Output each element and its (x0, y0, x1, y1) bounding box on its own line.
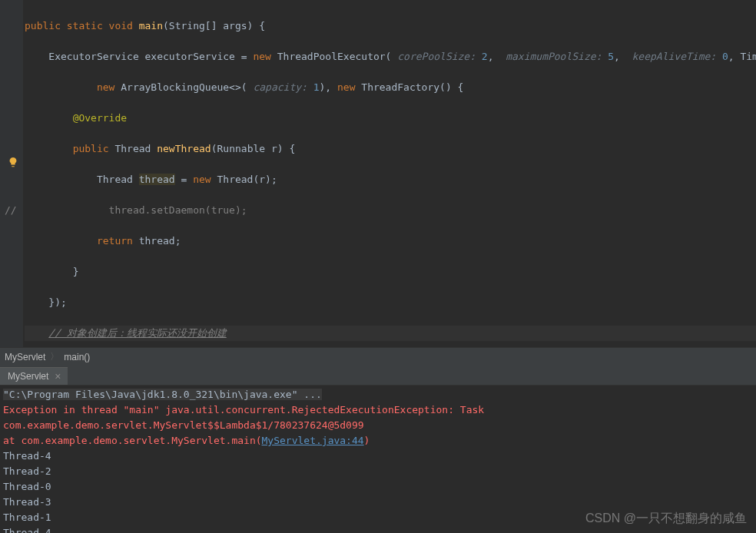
watermark: CSDN @一只不想翻身的咸鱼 (585, 511, 747, 527)
console-line: Thread-2 (3, 464, 753, 479)
console-line: Thread-3 (3, 495, 753, 510)
keyword: public static void (25, 20, 133, 31)
chevron-right-icon: 〉 (50, 350, 59, 363)
breadcrumb-method[interactable]: main() (64, 352, 90, 363)
code-editor[interactable]: public static void main(String[] args) {… (0, 0, 756, 347)
comment: // 对象创建后：线程实际还没开始创建 (48, 327, 226, 339)
close-icon[interactable]: × (55, 372, 61, 380)
console-error: Exception in thread "main" java.util.con… (3, 402, 753, 433)
console-line: Thread-0 (3, 479, 753, 495)
annotation: @Override (73, 112, 127, 124)
tab-label: MyServlet (8, 371, 48, 382)
method-name: main (139, 20, 163, 31)
code-area[interactable]: public static void main(String[] args) {… (0, 0, 756, 347)
breadcrumbs[interactable]: MyServlet 〉 main() (0, 347, 756, 366)
run-tabs: MyServlet × (0, 366, 756, 386)
console-command: "C:\Program Files\Java\jdk1.8.0_321\bin\… (3, 389, 322, 400)
stacktrace-link[interactable]: MyServlet.java:44 (262, 435, 364, 446)
intention-bulb-icon[interactable] (8, 157, 18, 167)
editor-gutter (0, 0, 23, 347)
console-line: Thread-4 (3, 449, 753, 464)
current-line: // 对象创建后：线程实际还没开始创建 (25, 326, 756, 341)
run-tab[interactable]: MyServlet × (0, 367, 68, 385)
breadcrumb-class[interactable]: MyServlet (5, 352, 45, 363)
